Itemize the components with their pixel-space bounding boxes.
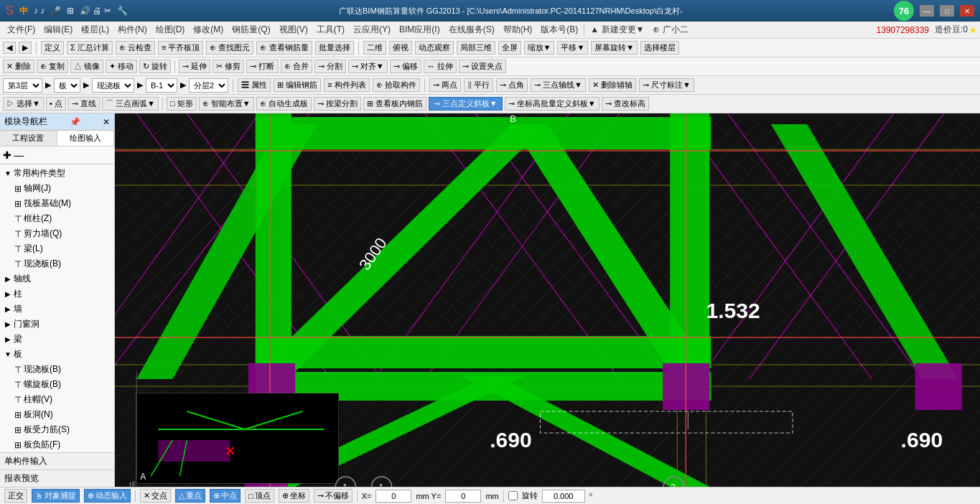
btn-select-tool[interactable]: ▷ 选择▼ — [3, 97, 44, 111]
status-dynamic-input[interactable]: ⊕ 动态输入 — [84, 489, 131, 503]
btn-merge[interactable]: ⊕ 合并 — [281, 60, 312, 73]
btn-pick-component[interactable]: ⊕ 拾取构件 — [373, 78, 420, 92]
btn-break[interactable]: ⊸ 打断 — [246, 60, 278, 73]
menu-help[interactable]: 帮助(H) — [499, 22, 537, 37]
btn-select-floor[interactable]: 选择楼层 — [640, 41, 679, 55]
status-center[interactable]: ⊕ 中点 — [210, 489, 241, 503]
tree-beam-group[interactable]: ▶ 梁 — [1, 332, 113, 347]
menu-view[interactable]: 视图(V) — [275, 22, 312, 37]
btn-fullscreen[interactable]: 全屏 — [498, 41, 521, 55]
menu-draw[interactable]: 绘图(D) — [151, 22, 190, 37]
status-midpoint[interactable]: △ 重点 — [175, 489, 205, 503]
btn-single-component[interactable]: 单构件输入 — [0, 452, 114, 470]
btn-copy[interactable]: ⊕ 复制 — [37, 60, 68, 73]
btn-mirror[interactable]: △ 镜像 — [70, 60, 103, 73]
tree-slab-tension[interactable]: ⊞ 板受力筋(S) — [11, 422, 113, 437]
tree-axis[interactable]: ▶ 轴线 — [1, 271, 113, 286]
btn-report-preview[interactable]: 报表预览 — [0, 470, 114, 487]
btn-define-slope[interactable]: ⊸ 三点定义斜板▼ — [429, 97, 503, 111]
status-coord[interactable]: ⊕ 坐标 — [279, 489, 309, 503]
tree-slab-neg[interactable]: ⊞ 板负筋(F) — [11, 437, 113, 452]
tree-frame-col[interactable]: ⊤ 框柱(Z) — [11, 211, 113, 226]
tree-beam[interactable]: ⊤ 梁(L) — [11, 241, 113, 256]
floor-select[interactable]: 第3层 — [3, 78, 42, 93]
y-input[interactable] — [445, 490, 481, 503]
tree-column[interactable]: ▶ 柱 — [1, 286, 113, 302]
btn-dynamic[interactable]: 动态观察 — [415, 41, 454, 55]
menu-cloud[interactable]: 云应用(Y) — [349, 22, 395, 37]
btn-align-top[interactable]: ≡ 平齐板顶 — [158, 41, 203, 55]
menu-online[interactable]: 在线服务(S) — [444, 22, 499, 37]
btn-define[interactable]: 定义 — [41, 41, 64, 55]
btn-dimension[interactable]: ⊸ 尺寸标注▼ — [639, 78, 694, 92]
btn-nav-back[interactable]: ◀ — [3, 42, 16, 54]
type-select[interactable]: 板 — [54, 78, 80, 93]
btn-set-grip[interactable]: ⊸ 设置夹点 — [459, 60, 506, 73]
panel-pin-icon[interactable]: 📌 — [70, 117, 80, 127]
btn-extend[interactable]: ⊸ 延伸 — [179, 60, 210, 73]
menu-rebar[interactable]: 钢筋量(Q) — [228, 22, 274, 37]
btn-point-angle[interactable]: ⊸ 点角 — [496, 78, 528, 92]
menu-component[interactable]: 构件(N) — [113, 22, 151, 37]
menu-guangxiao[interactable]: ⊕ 广小二 — [648, 22, 692, 37]
btn-check-height[interactable]: ⊸ 查改标高 — [602, 97, 649, 111]
btn-top-view[interactable]: 俯视 — [389, 41, 412, 55]
btn-split-by-beam[interactable]: ⊸ 按梁分割 — [314, 97, 361, 111]
btn-parallel[interactable]: ∥ 平行 — [464, 78, 493, 92]
menu-edit[interactable]: 编辑(E) — [39, 22, 77, 37]
menu-new-change[interactable]: ▲ 新建变更▼ — [586, 22, 648, 37]
name-select[interactable]: B-1 — [146, 78, 177, 93]
status-no-offset[interactable]: ⊸ 不偏移 — [314, 489, 353, 503]
btn-align[interactable]: ⊸ 对齐▼ — [348, 60, 388, 73]
layer-select[interactable]: 分层2 — [189, 78, 228, 93]
btn-sum-calc[interactable]: Σ 汇总计算 — [67, 41, 113, 55]
btn-local-3d[interactable]: 局部三维 — [457, 41, 495, 55]
status-zhenjiao[interactable]: 正交 — [4, 489, 27, 503]
btn-property[interactable]: ☰ 属性 — [238, 78, 271, 92]
tab-draw-input[interactable]: 绘图输入 — [57, 131, 115, 146]
menu-file[interactable]: 文件(F) — [3, 22, 39, 37]
btn-point-tool[interactable]: • 点 — [46, 97, 66, 111]
btn-trim[interactable]: ✂ 修剪 — [213, 60, 244, 73]
close-button[interactable]: ✕ — [960, 5, 974, 17]
btn-add-node[interactable]: ✚ — [3, 149, 11, 161]
btn-view-board-rebar[interactable]: ⊞ 查看板内钢筋 — [363, 97, 426, 111]
material-select[interactable]: 现浇板 — [92, 78, 134, 93]
btn-find-elem[interactable]: ⊕ 查找图元 — [206, 41, 253, 55]
panel-close-icon[interactable]: ✕ — [103, 117, 110, 127]
btn-auto-gen[interactable]: ⊕ 自动生成板 — [256, 97, 312, 111]
btn-smart-place[interactable]: ⊕ 智能布置▼ — [199, 97, 254, 111]
btn-rect-tool[interactable]: □ 矩形 — [167, 97, 197, 111]
btn-batch-select[interactable]: 批量选择 — [315, 41, 354, 55]
menu-tools[interactable]: 工具(T) — [312, 22, 349, 37]
tree-spiral-slab[interactable]: ⊤ 螺旋板(B) — [11, 377, 113, 392]
btn-offset[interactable]: ⊸ 偏移 — [390, 60, 421, 73]
btn-delete[interactable]: ✕ 删除 — [3, 60, 34, 73]
tree-shear-wall[interactable]: ⊤ 剪力墙(Q) — [11, 226, 113, 241]
canvas-area[interactable]: A 3000 1.532 .690 .690 B 1 1 2 tE — [115, 113, 980, 487]
btn-cloud-check[interactable]: ⊕ 云检查 — [116, 41, 155, 55]
btn-rotate[interactable]: ↻ 旋转 — [139, 60, 171, 73]
status-vertex[interactable]: □ 顶点 — [245, 489, 274, 503]
tree-slab-hole[interactable]: ⊞ 板洞(N) — [11, 407, 113, 422]
btn-batch-define-slope[interactable]: ⊸ 坐标高批量定义斜板▼ — [505, 97, 599, 111]
x-input[interactable] — [375, 490, 411, 503]
btn-remove-node[interactable]: — — [14, 149, 24, 161]
btn-line-tool[interactable]: ⊸ 直线 — [68, 97, 100, 111]
rotate-input[interactable] — [542, 490, 585, 503]
btn-screen-rotate[interactable]: 屏幕旋转▼ — [591, 41, 638, 55]
btn-three-point-axis[interactable]: ⊸ 三点轴线▼ — [531, 78, 586, 92]
btn-view-rebar[interactable]: ⊕ 查看钢筋量 — [256, 41, 312, 55]
tab-project-settings[interactable]: 工程设置 — [0, 131, 57, 146]
minimize-button[interactable]: — — [920, 5, 934, 17]
rotate-checkbox[interactable] — [508, 491, 518, 500]
btn-edit-rebar[interactable]: ⊞ 编辑钢筋 — [274, 78, 321, 92]
tree-cast-slab2[interactable]: ⊤ 现浇板(B) — [11, 362, 113, 377]
btn-arc-tool[interactable]: ⌒ 三点画弧▼ — [102, 97, 159, 111]
btn-pan[interactable]: 平移▼ — [557, 41, 588, 55]
btn-component-list[interactable]: ≡ 构件列表 — [324, 78, 369, 92]
btn-2d[interactable]: 二维 — [363, 41, 386, 55]
status-object-snap[interactable]: 🖱 对象捕捉 — [32, 489, 80, 503]
tree-col-cap[interactable]: ⊤ 柱帽(V) — [11, 392, 113, 407]
status-intersection[interactable]: ✕ 交点 — [140, 489, 171, 503]
